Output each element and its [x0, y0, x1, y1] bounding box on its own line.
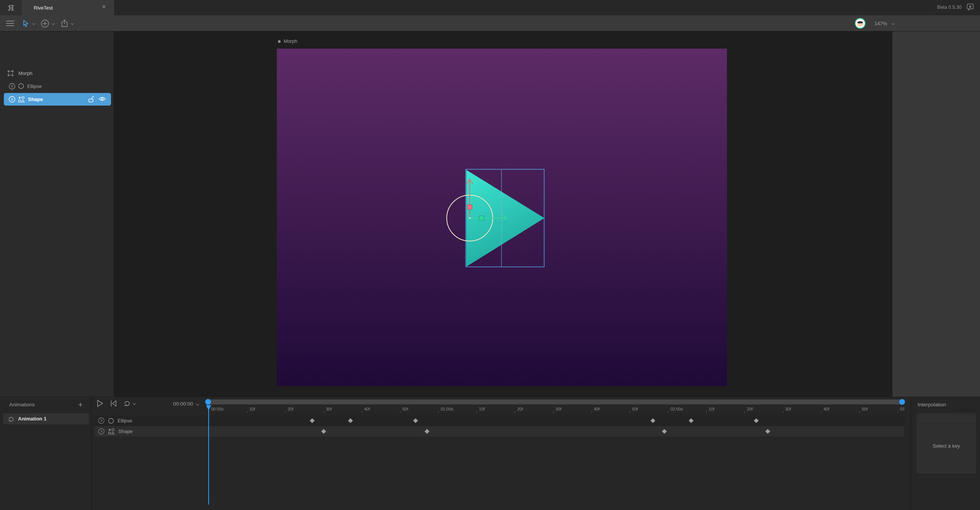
zoom-dropdown-icon[interactable]: [892, 22, 895, 25]
keyframe-diamond[interactable]: [765, 429, 770, 434]
document-tab[interactable]: RiveTest ×: [22, 0, 114, 15]
gizmo-y-handle[interactable]: [467, 205, 472, 209]
track-row-ellipse[interactable]: Ellipse: [94, 415, 904, 426]
animation-name: Animation 1: [18, 416, 46, 422]
playhead-handle[interactable]: [206, 405, 211, 410]
canvas[interactable]: Morph: [114, 31, 892, 397]
canvas-overlay: [114, 31, 892, 397]
loop-icon: [8, 416, 14, 422]
keyframe-diamond[interactable]: [310, 418, 315, 423]
loop-dropdown-icon[interactable]: [133, 401, 136, 404]
timeline-ruler[interactable]: 00:00s10f20f30f40f50f01:00s10f20f30f40f5…: [207, 405, 904, 414]
select-tool-dropdown-icon[interactable]: [32, 22, 35, 25]
zoom-level-control[interactable]: 147%: [874, 15, 894, 31]
ruler-label: 00:00s: [211, 407, 224, 411]
avatar-icon: [855, 18, 866, 29]
ruler-label: 50f: [402, 407, 408, 411]
cursor-arrow-icon: [23, 20, 29, 27]
keyframe-diamond[interactable]: [413, 418, 418, 423]
ruler-tick: [477, 411, 477, 414]
keyframe-diamond[interactable]: [321, 429, 326, 434]
hierarchy-item-artboard[interactable]: Morph: [4, 68, 111, 78]
shape-name: Shape: [28, 96, 43, 102]
ruler-tick: [285, 411, 286, 414]
loop-icon: [123, 400, 131, 406]
ellipse-name: Ellipse: [27, 83, 42, 89]
lock-toggle-icon[interactable]: [88, 96, 94, 103]
track-name: Shape: [118, 429, 133, 434]
gizmo-origin[interactable]: [469, 217, 470, 219]
ruler-tick: [323, 411, 324, 414]
inspector-panel: Position 343.8 X 300 Y Scale 100% X 100%: [892, 31, 980, 397]
ruler-tick: [859, 411, 860, 414]
ruler-label: 30f: [555, 407, 561, 411]
ruler-tick: [821, 411, 822, 414]
interpolation-card: Select a key: [916, 413, 976, 474]
main-menu-button[interactable]: [6, 15, 14, 31]
time-dropdown-icon[interactable]: [196, 402, 199, 405]
titlebar: R RiveTest × Beta 0.5.30: [0, 0, 980, 15]
hierarchy-item-shape[interactable]: Shape: [4, 93, 111, 106]
ruler-tick: [591, 411, 592, 414]
track-name: Ellipse: [118, 418, 132, 424]
ruler-tick: [515, 411, 515, 414]
ruler-label: 01:00s: [441, 407, 453, 411]
skip-to-start-button[interactable]: [110, 400, 117, 407]
scrubber-left-handle[interactable]: [205, 399, 211, 405]
tab-close-icon[interactable]: ×: [102, 3, 106, 10]
keyframe-diamond[interactable]: [662, 429, 667, 434]
ruler-label: 10f: [479, 407, 485, 411]
rive-logo-button[interactable]: R: [0, 0, 22, 15]
scrubber-right-handle[interactable]: [899, 399, 905, 405]
export-share-icon: [61, 20, 68, 27]
keyframe-diamond[interactable]: [754, 418, 759, 423]
ruler-label: 10f: [709, 407, 714, 411]
playhead-line: [208, 405, 209, 505]
hierarchy-item-ellipse[interactable]: Ellipse: [4, 81, 111, 91]
gizmo-x-handle[interactable]: [479, 216, 484, 220]
visibility-eye-icon[interactable]: [99, 96, 106, 101]
ruler-label: 20f: [747, 407, 753, 411]
toolbar: 147% Design Animate: [0, 15, 980, 31]
add-circle-icon: [41, 20, 49, 28]
ruler-label: 10f: [249, 407, 255, 411]
ruler-label: 20f: [517, 407, 523, 411]
add-animation-button[interactable]: +: [78, 401, 83, 409]
timeline-zoom-scrubber[interactable]: [207, 399, 904, 404]
create-tool-dropdown-icon[interactable]: [52, 22, 55, 25]
ruler-label: 50f: [632, 407, 638, 411]
artboard-icon: [8, 70, 13, 76]
beta-version-label: Beta 0.5.30: [937, 5, 962, 10]
animation-list-item[interactable]: Animation 1: [3, 413, 89, 424]
ruler-label: 50f: [862, 407, 867, 411]
ruler-label: 30f: [785, 407, 791, 411]
interpolation-panel: Interpolation Select a key: [910, 397, 980, 510]
export-dropdown-icon[interactable]: [71, 22, 74, 25]
track-row-shape[interactable]: Shape: [94, 426, 904, 437]
ruler-label: 03:00: [900, 407, 904, 411]
ruler-tick: [247, 411, 247, 414]
select-tool-button[interactable]: [23, 15, 35, 31]
rive-logo-icon: R: [8, 3, 14, 13]
current-time-display[interactable]: 00:00:00: [173, 401, 199, 407]
document-tab-title: RiveTest: [34, 5, 53, 11]
keyframe-diamond[interactable]: [689, 418, 694, 423]
interpolation-empty-text: Select a key: [916, 443, 976, 449]
shapes-group-icon: [18, 96, 25, 103]
zoom-level-value: 147%: [874, 21, 887, 26]
ruler-tick: [438, 411, 439, 414]
expand-chevron-icon: [9, 96, 15, 103]
ruler-tick: [553, 411, 554, 414]
create-tool-button[interactable]: [41, 15, 54, 31]
keyframe-diamond[interactable]: [650, 418, 655, 423]
current-time-value: 00:00:00: [173, 401, 193, 407]
feedback-icon[interactable]: [967, 3, 974, 11]
export-button[interactable]: [61, 15, 74, 31]
account-avatar[interactable]: [855, 15, 866, 31]
interpolation-scrollbar[interactable]: [954, 410, 976, 411]
keyframe-diamond[interactable]: [425, 429, 430, 434]
keyframe-diamond[interactable]: [348, 418, 353, 423]
play-button[interactable]: [97, 400, 103, 407]
loop-mode-button[interactable]: [123, 400, 136, 406]
ruler-label: 20f: [287, 407, 293, 411]
